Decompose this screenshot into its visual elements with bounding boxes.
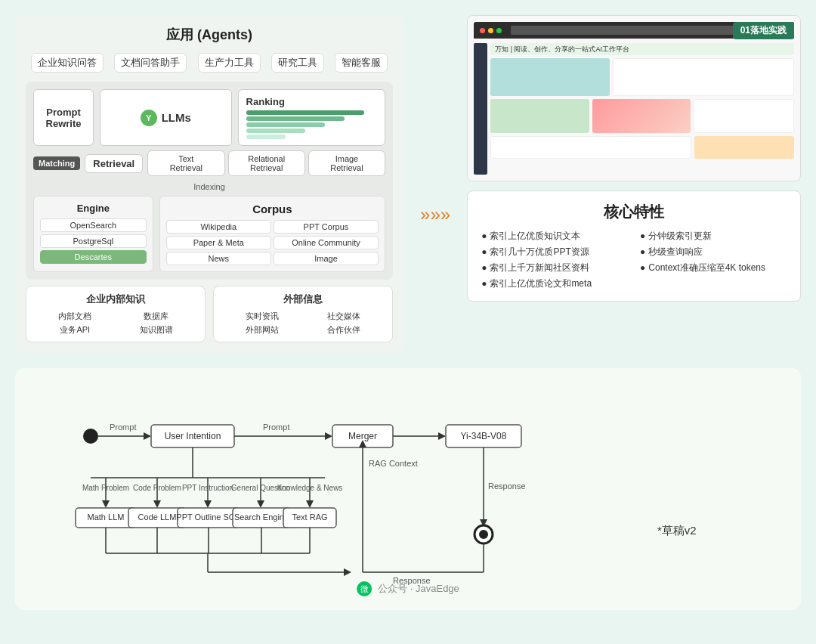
bar5 xyxy=(246,135,286,139)
branch-4-arrow xyxy=(257,500,264,508)
enterprise-items: 内部文档 数据库 业务API 知识图谱 xyxy=(36,311,196,336)
prompt-rewrite-box: PromptRewrite xyxy=(33,89,94,146)
ranking-box: Ranking xyxy=(238,89,386,146)
arrow-to-merger xyxy=(344,568,351,576)
corpus-item-1: Wikipedia xyxy=(166,220,271,234)
ent-item-2: 数据库 xyxy=(117,311,196,322)
corpus-item-4: Online Community xyxy=(274,236,379,249)
matching-tag: Matching xyxy=(33,156,80,170)
screenshot-box: 01落地实践 万知 | 阅读、创作、分享的一站式AI工作平台 xyxy=(467,15,801,181)
watermark-text: 公众号 · JavaEdge xyxy=(378,582,459,596)
engine-item-3: Descartes xyxy=(40,250,147,264)
info-row: 企业内部知识 内部文档 数据库 业务API 知识图谱 外部信息 实时资讯 社交媒… xyxy=(26,286,393,342)
corpus-item-3: Paper & Meta xyxy=(166,236,271,249)
agents-row: 企业知识问答 文档问答助手 生产力工具 研究工具 智能客服 xyxy=(26,53,393,73)
indexing-label: Indexing xyxy=(33,182,385,191)
ent-item-1: 内部文档 xyxy=(36,311,115,322)
llms-box: Y LLMs xyxy=(100,89,232,146)
feature-1: ● 索引上亿优质知识文本 xyxy=(481,230,628,243)
engine-items: OpenSearch PostgreSql Descartes xyxy=(40,218,147,264)
ppt-text: PPT Outline SOP xyxy=(176,512,240,522)
feature-4: ● 秒级查询响应 xyxy=(640,246,787,259)
branch-1-arrow xyxy=(102,500,110,508)
corpus-item-6: Image xyxy=(274,252,379,265)
main-container: 应用 (Agents) 企业知识问答 文档问答助手 生产力工具 研究工具 智能客… xyxy=(0,0,816,625)
ent-item-4: 知识图谱 xyxy=(117,324,196,336)
branch-3-arrow xyxy=(204,500,212,508)
llms-logo: Y xyxy=(141,110,157,126)
branch-5-arrow xyxy=(306,500,314,508)
arch-row2: Matching Retrieval TextRetrieval Relatio… xyxy=(33,150,385,176)
yi-text: Yi-34B-V08 xyxy=(461,431,507,441)
end-inner xyxy=(479,530,488,539)
external-box: 外部信息 实时资讯 社交媒体 外部网站 合作伙伴 xyxy=(213,286,393,342)
arrow-3 xyxy=(438,432,446,440)
feature-3: ● 索引几十万优质PPT资源 xyxy=(481,246,628,259)
screenshot-label: 01落地实践 xyxy=(733,22,794,39)
corpus-grid: Wikipedia PPT Corpus Paper & Meta Online… xyxy=(166,220,379,265)
engine-item-2: PostgreSql xyxy=(40,234,147,248)
arch-row1: PromptRewrite Y LLMs Ranking xyxy=(33,89,385,146)
arrow-1 xyxy=(144,432,151,440)
arch-title: 应用 (Agents) xyxy=(26,26,393,44)
engine-box: Engine OpenSearch PostgreSql Descartes xyxy=(33,196,153,272)
feature-7: ● 索引上亿优质论文和meta xyxy=(481,277,787,290)
ppt-label: PPT Instruction xyxy=(182,484,233,492)
prompt-label-2: Prompt xyxy=(263,423,289,432)
retrieval-types: TextRetrieval RelationalRetrieval ImageR… xyxy=(147,150,385,176)
response-label-1: Response xyxy=(488,481,526,491)
corpus-box: Corpus Wikipedia PPT Corpus Paper & Meta… xyxy=(159,196,385,272)
enterprise-box: 企业内部知识 内部文档 数据库 业务API 知识图谱 xyxy=(26,286,206,342)
flow-diagram-svg: Prompt User Intention Prompt Merger Yi-3… xyxy=(45,391,771,587)
bar2 xyxy=(246,116,345,121)
external-title: 外部信息 xyxy=(223,293,383,306)
rag-label: RAG Context xyxy=(369,459,418,468)
agent-item: 生产力工具 xyxy=(198,53,261,73)
agent-item: 智能客服 xyxy=(335,53,388,73)
bar1 xyxy=(246,110,364,115)
corpus-item-5: News xyxy=(166,252,271,265)
branch-2-arrow xyxy=(153,500,161,508)
text-rag-text: Text RAG xyxy=(292,512,327,522)
llms-label: LLMs xyxy=(162,111,191,124)
enterprise-title: 企业内部知识 xyxy=(36,293,196,306)
arch-box: PromptRewrite Y LLMs Ranking xyxy=(26,82,393,280)
features-grid: ● 索引上亿优质知识文本 ● 分钟级索引更新 ● 索引几十万优质PPT资源 ● … xyxy=(481,230,787,290)
external-items: 实时资讯 社交媒体 外部网站 合作伙伴 xyxy=(223,311,383,336)
features-box: 核心特性 ● 索引上亿优质知识文本 ● 分钟级索引更新 ● 索引几十万优质PPT… xyxy=(467,190,801,302)
start-node xyxy=(83,429,98,444)
left-panel: 应用 (Agents) 企业知识问答 文档问答助手 生产力工具 研究工具 智能客… xyxy=(15,15,403,353)
feature-5: ● 索引上千万新闻社区资料 xyxy=(481,262,628,274)
watermark: 微 公众号 · JavaEdge xyxy=(357,581,459,596)
relational-retrieval: RelationalRetrieval xyxy=(228,150,305,176)
right-panel: 01落地实践 万知 | 阅读、创作、分享的一站式AI工作平台 xyxy=(467,15,801,353)
corpus-title: Corpus xyxy=(166,203,379,215)
search-text: Search Engine xyxy=(234,512,289,522)
code-problem-label: Code Problem xyxy=(133,484,181,492)
knowledge-label: Knowledge & News xyxy=(277,484,343,492)
draft-label: *草稿v2 xyxy=(657,524,697,537)
ranking-bars xyxy=(246,110,378,139)
math-llm-text: Math LLM xyxy=(88,512,125,522)
features-title: 核心特性 xyxy=(481,202,787,222)
merger-text: Merger xyxy=(348,431,377,441)
feature-2: ● 分钟级索引更新 xyxy=(640,230,787,243)
engine-item-1: OpenSearch xyxy=(40,218,147,232)
math-problem-label: Math Problem xyxy=(82,484,129,492)
ext-item-4: 合作伙伴 xyxy=(304,324,384,336)
prompt-label-1: Prompt xyxy=(110,423,136,432)
agent-item: 研究工具 xyxy=(271,53,324,73)
bar3 xyxy=(246,122,325,127)
code-llm-text: Code LLM xyxy=(138,512,177,522)
feature-6: ● Context准确压缩至4K tokens xyxy=(640,262,787,274)
arrow-connector: »»» xyxy=(419,76,452,353)
text-retrieval: TextRetrieval xyxy=(147,150,224,176)
top-section: 应用 (Agents) 企业知识问答 文档问答助手 生产力工具 研究工具 智能客… xyxy=(0,0,816,361)
ext-item-2: 社交媒体 xyxy=(304,311,384,322)
watermark-icon: 微 xyxy=(357,581,372,596)
retrieval-box: Retrieval xyxy=(85,154,143,173)
user-intention-text: User Intention xyxy=(165,431,221,441)
ent-item-3: 业务API xyxy=(36,324,115,336)
engine-title: Engine xyxy=(40,203,147,214)
corpus-item-2: PPT Corpus xyxy=(274,220,379,234)
